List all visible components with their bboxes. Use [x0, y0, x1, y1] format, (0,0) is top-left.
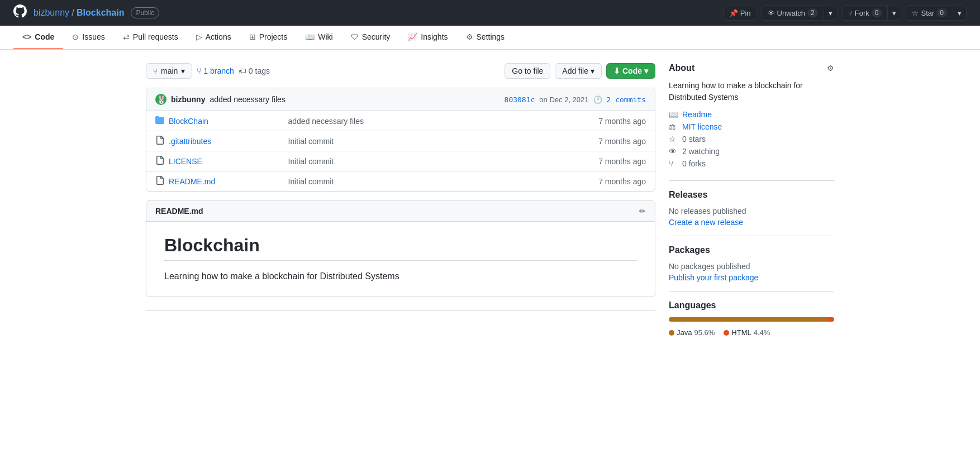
repo-name-link[interactable]: Blockchain [77, 8, 124, 18]
file-commit-msg: added necessary files [288, 117, 527, 126]
pin-button[interactable]: 📌 Pin [723, 6, 757, 21]
file-icon [155, 136, 164, 146]
main-content: ⑂ main ▾ ⑂ 1 branch 🏷 0 tags Go to file … [132, 50, 848, 368]
tag-count-link[interactable]: 🏷 0 tags [239, 66, 270, 75]
sidebar-forks-item: ⑂ 0 forks [669, 159, 834, 168]
tab-actions[interactable]: ▷ Actions [187, 26, 240, 49]
publish-package-link[interactable]: Publish your first package [669, 273, 758, 282]
unwatch-group: 👁 Unwatch 2 ▾ [762, 5, 838, 21]
branch-bar-left: ⑂ main ▾ ⑂ 1 branch 🏷 0 tags [146, 63, 270, 79]
star-meta-icon: ☆ [669, 135, 678, 144]
lang-bar-java [669, 317, 827, 322]
releases-title: Releases [669, 190, 834, 200]
tab-insights[interactable]: 📈 Insights [399, 26, 456, 49]
sidebar-languages-section: Languages Java 95.6% HTML 4.4% [669, 300, 834, 346]
readme-heading: Blockchain [164, 235, 637, 261]
code-dropdown-button[interactable]: ⬇ Code ▾ [606, 63, 655, 79]
lang-legend: Java 95.6% HTML 4.4% [669, 328, 834, 337]
repo-main: ⑂ main ▾ ⑂ 1 branch 🏷 0 tags Go to file … [146, 63, 655, 355]
license-link[interactable]: MIT license [682, 122, 722, 131]
sidebar-about-section: About ⚙ Learning how to make a blockchai… [669, 63, 834, 181]
edit-readme-icon[interactable]: ✏ [639, 207, 646, 216]
tab-wiki[interactable]: 📖 Wiki [296, 26, 341, 49]
commit-date: on Dec 2, 2021 [539, 95, 588, 104]
fork-meta-icon: ⑂ [669, 159, 678, 168]
repo-owner-link[interactable]: bizbunny [34, 8, 69, 18]
goto-file-button[interactable]: Go to file [505, 63, 550, 79]
top-bar-left: bizbunny / Blockchain Public [13, 4, 159, 21]
fork-button[interactable]: ⑂ Fork 0 [842, 5, 888, 21]
sidebar-packages-section: Packages No packages published Publish y… [669, 245, 834, 291]
sidebar-releases-section: Releases No releases published Create a … [669, 190, 834, 236]
settings-icon: ⚙ [466, 32, 473, 41]
language-bar [669, 317, 834, 322]
top-bar: bizbunny / Blockchain Public 📌 Pin 👁 Unw… [0, 0, 980, 26]
tab-pull-requests[interactable]: ⇄ Pull requests [114, 26, 187, 49]
add-file-caret-icon: ▾ [591, 66, 594, 75]
html-dot [724, 330, 729, 336]
sidebar-stars-item: ☆ 0 stars [669, 135, 834, 144]
java-pct: 95.6% [694, 328, 715, 337]
github-logo-icon [13, 4, 27, 21]
star-caret[interactable]: ▾ [953, 6, 967, 21]
tab-code[interactable]: <> Code [13, 26, 63, 49]
file-commit-msg: Initial commit [288, 177, 527, 186]
unwatch-button[interactable]: 👁 Unwatch 2 [762, 5, 824, 21]
readme-body: Learning how to make a blockchain for Di… [164, 270, 637, 283]
create-release-link[interactable]: Create a new release [669, 218, 743, 227]
file-commit-msg: Initial commit [288, 137, 527, 146]
file-link[interactable]: .gitattributes [169, 137, 211, 146]
pr-icon: ⇄ [123, 32, 130, 41]
file-time: 7 months ago [527, 157, 646, 166]
tab-settings[interactable]: ⚙ Settings [457, 26, 514, 49]
java-label: Java [677, 328, 692, 337]
file-row: README.md Initial commit 7 months ago [146, 171, 655, 191]
file-link[interactable]: BlockChain [169, 117, 208, 126]
repo-path: bizbunny / Blockchain [34, 7, 124, 19]
code-icon: <> [22, 32, 31, 41]
tab-projects[interactable]: ⊞ Projects [240, 26, 297, 49]
file-table: 🐰 bizbunny added necessary files 803081c… [146, 88, 655, 192]
branch-count-link[interactable]: ⑂ 1 branch [197, 66, 234, 75]
sidebar-readme-item: 📖 Readme [669, 110, 834, 119]
branch-selector[interactable]: ⑂ main ▾ [146, 63, 192, 79]
file-link[interactable]: README.md [169, 177, 215, 186]
commit-count-link[interactable]: 2 commits [607, 95, 646, 104]
about-gear-icon[interactable]: ⚙ [827, 64, 834, 73]
star-group: ☆ Star 0 ▾ [906, 5, 967, 21]
security-icon: 🛡 [351, 32, 359, 41]
readme-link[interactable]: Readme [682, 110, 712, 119]
folder-icon [155, 116, 164, 126]
readme-title: README.md [155, 207, 203, 216]
readme-box: README.md ✏ Blockchain Learning how to m… [146, 200, 655, 297]
sidebar-license-item: ⚖ MIT license [669, 122, 834, 131]
issue-icon: ⊙ [72, 32, 79, 41]
no-releases-text: No releases published [669, 207, 834, 216]
tag-icon: 🏷 [239, 66, 246, 75]
repo-separator: / [72, 7, 74, 19]
tab-security[interactable]: 🛡 Security [342, 26, 399, 49]
java-dot [669, 330, 674, 336]
projects-icon: ⊞ [249, 32, 256, 41]
tab-issues[interactable]: ⊙ Issues [63, 26, 113, 49]
file-name: BlockChain [169, 117, 288, 126]
file-name: README.md [169, 177, 288, 186]
pin-icon: 📌 [729, 9, 738, 17]
file-commit-msg: Initial commit [288, 157, 527, 166]
branch-icon: ⑂ [153, 67, 158, 75]
file-link[interactable]: LICENSE [169, 157, 202, 166]
eye-meta-icon: 👁 [669, 147, 678, 156]
balance-scale-icon: ⚖ [669, 122, 678, 131]
commit-author-name[interactable]: bizbunny [171, 95, 205, 104]
unwatch-caret[interactable]: ▾ [824, 6, 838, 21]
code-button-icon: ⬇ [613, 66, 620, 75]
fork-caret[interactable]: ▾ [888, 6, 901, 21]
repo-sidebar: About ⚙ Learning how to make a blockchai… [669, 63, 834, 355]
commit-sha-link[interactable]: 803081c [505, 95, 535, 104]
file-row: LICENSE Initial commit 7 months ago [146, 151, 655, 171]
html-pct: 4.4% [754, 328, 770, 337]
wiki-icon: 📖 [305, 32, 315, 41]
star-button[interactable]: ☆ Star 0 [906, 5, 953, 21]
branch-link-icon: ⑂ [197, 66, 201, 75]
add-file-button[interactable]: Add file ▾ [555, 63, 602, 79]
